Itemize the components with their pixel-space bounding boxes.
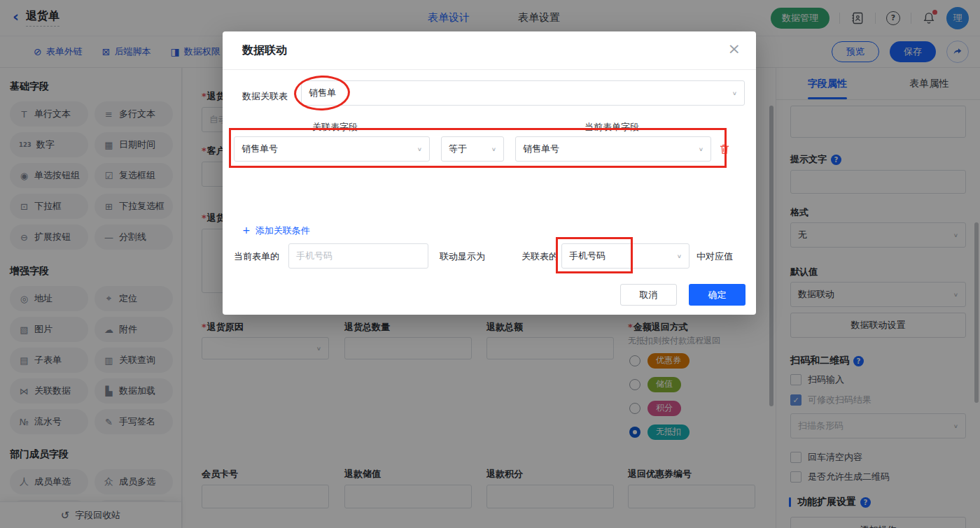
related-field-select[interactable]: 手机号码∨ — [561, 243, 690, 269]
close-icon[interactable]: × — [728, 41, 741, 57]
chevron-down-icon: ∨ — [417, 146, 422, 152]
add-condition-link[interactable]: 添加关联条件 — [242, 224, 310, 237]
form-designer-app: ‹ 退货单 表单设计 表单设置 数据管理 ? 理 ⊘ — [0, 0, 980, 528]
chevron-down-icon: ∨ — [699, 146, 704, 152]
condition-operator-select[interactable]: 等于∨ — [441, 136, 504, 162]
confirm-button[interactable]: 确定 — [689, 284, 746, 306]
modal-title: 数据联动 — [223, 31, 756, 70]
display-as-label: 联动显示为 — [440, 250, 485, 263]
current-form-label: 当前表单的 — [234, 250, 279, 263]
chevron-down-icon: ∨ — [677, 253, 682, 259]
current-field-input[interactable]: 手机号码 — [288, 243, 428, 269]
related-field-column-header: 关联表字段 — [312, 121, 358, 134]
related-table-label: 关联表的 — [522, 250, 558, 263]
data-linkage-modal: 数据联动 × 数据关联表 销售单∨ 关联表字段 当前表单字段 销售单号∨ 等于∨… — [223, 31, 756, 315]
chevron-down-icon: ∨ — [732, 90, 737, 97]
chevron-down-icon: ∨ — [491, 146, 496, 152]
cancel-button[interactable]: 取消 — [620, 284, 677, 306]
delete-condition-trash-icon[interactable] — [718, 142, 731, 158]
relation-table-select[interactable]: 销售单∨ — [301, 80, 745, 106]
condition-right-select[interactable]: 销售单号∨ — [515, 136, 711, 162]
relation-table-label: 数据关联表 — [242, 90, 288, 103]
matching-value-suffix: 中对应值 — [696, 250, 733, 263]
condition-left-select[interactable]: 销售单号∨ — [234, 136, 430, 162]
current-field-column-header: 当前表单字段 — [584, 121, 639, 134]
